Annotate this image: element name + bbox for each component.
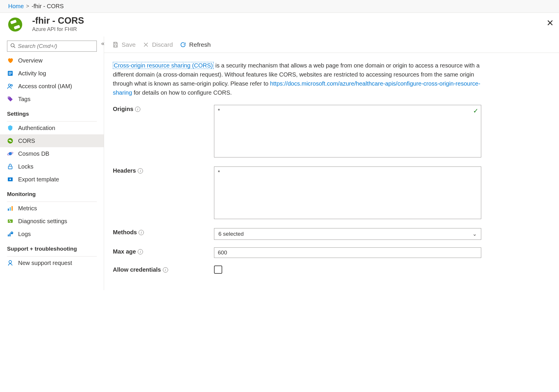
svg-rect-3	[9, 72, 12, 73]
sidebar-item-label: Cosmos DB	[18, 150, 49, 157]
sidebar-item-activity-log[interactable]: Activity log	[0, 67, 104, 80]
allowcred-checkbox[interactable]	[214, 266, 222, 274]
maxage-label: Max age	[113, 248, 136, 255]
allowcred-label: Allow credentials	[113, 266, 161, 273]
sidebar-group-settings: Settings	[0, 105, 104, 120]
sidebar-item-label: Authentication	[18, 125, 55, 131]
cosmos-icon	[7, 150, 13, 157]
info-icon[interactable]: i	[138, 168, 143, 174]
refresh-icon	[180, 41, 186, 48]
info-icon[interactable]: i	[139, 230, 144, 235]
sidebar-item-label: Diagnostic settings	[18, 218, 67, 225]
refresh-button[interactable]: Refresh	[180, 41, 211, 48]
sidebar-item-new-support-request[interactable]: New support request	[0, 256, 104, 269]
checkmark-icon: ✓	[473, 107, 478, 115]
sidebar-item-metrics[interactable]: Metrics	[0, 202, 104, 215]
svg-rect-14	[8, 209, 9, 211]
breadcrumb-separator: >	[26, 3, 29, 9]
collapse-sidebar-icon[interactable]: »	[101, 40, 104, 47]
sidebar-item-label: Access control (IAM)	[18, 83, 72, 90]
page-title: -fhir - CORS	[32, 16, 84, 26]
diagnostic-icon	[7, 218, 13, 224]
svg-rect-23	[114, 42, 116, 44]
save-button[interactable]: Save	[112, 41, 136, 48]
sidebar-item-label: CORS	[18, 138, 35, 144]
page-header: -fhir - CORS Azure API for FHIR ✕	[0, 13, 559, 37]
search-input[interactable]	[18, 43, 94, 49]
cors-doc-link[interactable]: Cross-origin resource sharing (CORS)	[113, 62, 214, 69]
info-icon[interactable]: i	[135, 107, 140, 112]
svg-point-22	[9, 261, 11, 263]
breadcrumb-current: -fhir - CORS	[32, 3, 64, 10]
svg-line-1	[14, 46, 15, 48]
lock-icon	[7, 163, 13, 170]
info-icon[interactable]: i	[138, 249, 143, 254]
support-icon	[7, 260, 13, 266]
sidebar-item-locks[interactable]: Locks	[0, 160, 104, 173]
svg-rect-18	[8, 235, 9, 236]
sidebar-search[interactable]	[7, 41, 97, 52]
heart-icon	[7, 57, 13, 64]
methods-select-value: 6 selected	[218, 231, 244, 237]
origins-label: Origins	[113, 106, 133, 112]
svg-point-20	[11, 232, 13, 234]
sidebar-item-label: Activity log	[18, 70, 46, 77]
headers-input[interactable]	[214, 166, 481, 219]
sidebar-item-label: New support request	[18, 260, 72, 266]
discard-icon	[143, 41, 149, 48]
sidebar-item-overview[interactable]: Overview	[0, 54, 104, 67]
sidebar-item-tags[interactable]: Tags	[0, 93, 104, 105]
svg-rect-19	[9, 233, 11, 236]
sidebar-item-authentication[interactable]: Authentication	[0, 122, 104, 134]
fhir-logo-icon	[8, 18, 22, 32]
svg-rect-12	[8, 166, 12, 169]
tag-icon	[7, 96, 13, 102]
methods-select[interactable]: 6 selected ⌄	[214, 228, 481, 240]
sidebar: » Overview Activity log	[0, 37, 104, 290]
maxage-input[interactable]	[214, 247, 481, 258]
description-text: Cross-origin resource sharing (CORS) is …	[113, 61, 481, 97]
sidebar-group-support: Support + troubleshooting	[0, 240, 104, 255]
headers-label: Headers	[113, 167, 136, 174]
sidebar-group-monitoring: Monitoring	[0, 186, 104, 200]
svg-rect-16	[12, 206, 13, 211]
export-icon	[7, 176, 13, 183]
metrics-icon	[7, 205, 13, 211]
chevron-down-icon: ⌄	[472, 231, 477, 237]
log-icon	[7, 70, 13, 77]
sidebar-item-label: Locks	[18, 163, 33, 170]
command-bar: Save Discard Refresh	[104, 37, 559, 53]
svg-rect-4	[9, 73, 12, 74]
methods-label: Methods	[113, 229, 137, 236]
sidebar-item-logs[interactable]: Logs	[0, 228, 104, 240]
svg-point-0	[11, 44, 14, 47]
page-subtitle: Azure API for FHIR	[32, 26, 84, 32]
svg-point-8	[8, 97, 9, 98]
sidebar-item-label: Overview	[18, 57, 42, 64]
sidebar-item-cosmos-db[interactable]: Cosmos DB	[0, 147, 104, 160]
main-content: Save Discard Refresh Cross-origin resour…	[104, 37, 559, 290]
sidebar-item-label: Metrics	[18, 205, 37, 212]
save-icon	[112, 41, 119, 48]
discard-button[interactable]: Discard	[143, 41, 173, 48]
svg-point-7	[11, 85, 13, 86]
sidebar-item-access-control[interactable]: Access control (IAM)	[0, 80, 104, 93]
sidebar-item-diagnostic-settings[interactable]: Diagnostic settings	[0, 215, 104, 228]
svg-rect-5	[9, 74, 11, 75]
sidebar-item-label: Export template	[18, 176, 59, 183]
auth-icon	[7, 125, 13, 131]
sidebar-item-export-template[interactable]: Export template	[0, 173, 104, 186]
svg-rect-21	[11, 233, 13, 233]
people-icon	[7, 83, 13, 89]
search-icon	[10, 43, 15, 50]
sidebar-item-label: Tags	[18, 96, 30, 103]
origins-input[interactable]	[214, 105, 481, 157]
breadcrumb-home[interactable]: Home	[8, 3, 24, 10]
refresh-button-label: Refresh	[189, 41, 211, 48]
logs-icon	[7, 231, 13, 237]
close-icon[interactable]: ✕	[546, 19, 554, 27]
discard-button-label: Discard	[152, 41, 173, 48]
sidebar-item-label: Logs	[18, 231, 31, 237]
info-icon[interactable]: i	[163, 267, 168, 273]
sidebar-item-cors[interactable]: CORS	[0, 134, 104, 147]
